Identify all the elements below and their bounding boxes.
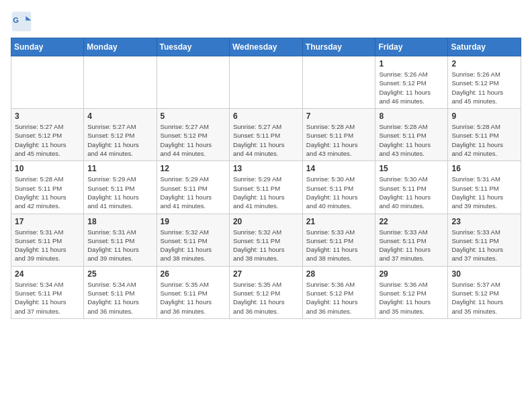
day-info: Sunrise: 5:28 AM Sunset: 5:11 PM Dayligh…: [379, 122, 444, 158]
day-info: Sunrise: 5:34 AM Sunset: 5:11 PM Dayligh…: [87, 280, 152, 316]
calendar-cell: 24Sunrise: 5:34 AM Sunset: 5:11 PM Dayli…: [11, 266, 84, 318]
day-info: Sunrise: 5:31 AM Sunset: 5:11 PM Dayligh…: [87, 228, 152, 263]
day-info: Sunrise: 5:31 AM Sunset: 5:11 PM Dayligh…: [451, 175, 517, 210]
logo-icon: G: [11, 11, 32, 32]
day-info: Sunrise: 5:36 AM Sunset: 5:12 PM Dayligh…: [306, 280, 372, 316]
calendar-cell: 10Sunrise: 5:28 AM Sunset: 5:11 PM Dayli…: [11, 161, 84, 214]
calendar-cell: 28Sunrise: 5:36 AM Sunset: 5:12 PM Dayli…: [302, 266, 375, 318]
calendar-cell: 17Sunrise: 5:31 AM Sunset: 5:11 PM Dayli…: [11, 214, 84, 266]
calendar-cell: 13Sunrise: 5:29 AM Sunset: 5:11 PM Dayli…: [229, 161, 302, 214]
weekday-header-saturday: Saturday: [448, 38, 521, 56]
day-number: 11: [87, 164, 152, 173]
day-number: 24: [15, 269, 80, 279]
day-number: 18: [87, 217, 152, 226]
weekday-header-sunday: Sunday: [11, 38, 84, 56]
calendar-cell: [302, 56, 375, 109]
day-info: Sunrise: 5:33 AM Sunset: 5:11 PM Dayligh…: [306, 228, 372, 263]
day-info: Sunrise: 5:26 AM Sunset: 5:12 PM Dayligh…: [451, 70, 517, 105]
calendar-cell: 11Sunrise: 5:29 AM Sunset: 5:11 PM Dayli…: [84, 161, 157, 214]
day-info: Sunrise: 5:28 AM Sunset: 5:11 PM Dayligh…: [306, 122, 372, 158]
calendar-cell: 4Sunrise: 5:27 AM Sunset: 5:12 PM Daylig…: [84, 109, 157, 161]
calendar-cell: 29Sunrise: 5:36 AM Sunset: 5:12 PM Dayli…: [375, 266, 448, 318]
day-number: 15: [379, 164, 444, 173]
calendar-cell: 7Sunrise: 5:28 AM Sunset: 5:11 PM Daylig…: [302, 109, 375, 161]
calendar-cell: [157, 56, 229, 109]
day-number: 13: [233, 164, 299, 173]
calendar-cell: 6Sunrise: 5:27 AM Sunset: 5:11 PM Daylig…: [229, 109, 302, 161]
day-number: 1: [379, 59, 444, 68]
calendar-cell: 25Sunrise: 5:34 AM Sunset: 5:11 PM Dayli…: [84, 266, 157, 318]
calendar-cell: 5Sunrise: 5:27 AM Sunset: 5:12 PM Daylig…: [157, 109, 229, 161]
day-info: Sunrise: 5:34 AM Sunset: 5:11 PM Dayligh…: [15, 280, 80, 316]
calendar-cell: [11, 56, 84, 109]
calendar-cell: 30Sunrise: 5:37 AM Sunset: 5:12 PM Dayli…: [448, 266, 521, 318]
page-header: G: [11, 11, 521, 32]
calendar-row-1: 1Sunrise: 5:26 AM Sunset: 5:12 PM Daylig…: [11, 56, 521, 109]
calendar-cell: 12Sunrise: 5:29 AM Sunset: 5:11 PM Dayli…: [157, 161, 229, 214]
calendar-cell: 16Sunrise: 5:31 AM Sunset: 5:11 PM Dayli…: [448, 161, 521, 214]
day-number: 28: [306, 269, 372, 279]
day-info: Sunrise: 5:33 AM Sunset: 5:11 PM Dayligh…: [379, 228, 444, 263]
weekday-header-row: SundayMondayTuesdayWednesdayThursdayFrid…: [11, 38, 521, 56]
weekday-header-wednesday: Wednesday: [229, 38, 302, 56]
day-info: Sunrise: 5:32 AM Sunset: 5:11 PM Dayligh…: [233, 228, 299, 263]
calendar-cell: 27Sunrise: 5:35 AM Sunset: 5:12 PM Dayli…: [229, 266, 302, 318]
day-info: Sunrise: 5:29 AM Sunset: 5:11 PM Dayligh…: [87, 175, 152, 210]
day-info: Sunrise: 5:27 AM Sunset: 5:11 PM Dayligh…: [233, 122, 299, 158]
day-number: 25: [87, 269, 152, 279]
calendar-cell: 1Sunrise: 5:26 AM Sunset: 5:12 PM Daylig…: [375, 56, 448, 109]
calendar-row-5: 24Sunrise: 5:34 AM Sunset: 5:11 PM Dayli…: [11, 266, 521, 318]
calendar-cell: 19Sunrise: 5:32 AM Sunset: 5:11 PM Dayli…: [157, 214, 229, 266]
day-info: Sunrise: 5:32 AM Sunset: 5:11 PM Dayligh…: [161, 228, 226, 263]
calendar-cell: [84, 56, 157, 109]
day-info: Sunrise: 5:29 AM Sunset: 5:11 PM Dayligh…: [161, 175, 226, 210]
day-number: 8: [379, 111, 444, 121]
weekday-header-tuesday: Tuesday: [157, 38, 229, 56]
day-number: 10: [15, 164, 80, 173]
calendar-table: SundayMondayTuesdayWednesdayThursdayFrid…: [11, 38, 521, 319]
calendar-cell: 8Sunrise: 5:28 AM Sunset: 5:11 PM Daylig…: [375, 109, 448, 161]
day-number: 29: [379, 269, 444, 279]
weekday-header-thursday: Thursday: [302, 38, 375, 56]
calendar-cell: 9Sunrise: 5:28 AM Sunset: 5:11 PM Daylig…: [448, 109, 521, 161]
day-number: 19: [161, 217, 226, 226]
day-number: 12: [161, 164, 226, 173]
day-number: 26: [161, 269, 226, 279]
calendar-cell: 21Sunrise: 5:33 AM Sunset: 5:11 PM Dayli…: [302, 214, 375, 266]
day-number: 27: [233, 269, 299, 279]
day-info: Sunrise: 5:26 AM Sunset: 5:12 PM Dayligh…: [379, 70, 444, 105]
calendar-cell: 26Sunrise: 5:35 AM Sunset: 5:11 PM Dayli…: [157, 266, 229, 318]
weekday-header-monday: Monday: [84, 38, 157, 56]
day-info: Sunrise: 5:27 AM Sunset: 5:12 PM Dayligh…: [15, 122, 80, 158]
calendar-cell: 20Sunrise: 5:32 AM Sunset: 5:11 PM Dayli…: [229, 214, 302, 266]
svg-text:G: G: [13, 16, 19, 24]
day-info: Sunrise: 5:27 AM Sunset: 5:12 PM Dayligh…: [161, 122, 226, 158]
calendar-cell: 2Sunrise: 5:26 AM Sunset: 5:12 PM Daylig…: [448, 56, 521, 109]
day-info: Sunrise: 5:30 AM Sunset: 5:11 PM Dayligh…: [306, 175, 372, 210]
day-number: 2: [451, 59, 517, 68]
day-info: Sunrise: 5:31 AM Sunset: 5:11 PM Dayligh…: [15, 228, 80, 263]
day-number: 20: [233, 217, 299, 226]
day-info: Sunrise: 5:29 AM Sunset: 5:11 PM Dayligh…: [233, 175, 299, 210]
calendar-cell: [229, 56, 302, 109]
day-number: 23: [451, 217, 517, 226]
day-number: 30: [451, 269, 517, 279]
day-info: Sunrise: 5:35 AM Sunset: 5:11 PM Dayligh…: [161, 280, 226, 316]
day-number: 4: [87, 111, 152, 121]
day-number: 22: [379, 217, 444, 226]
day-info: Sunrise: 5:27 AM Sunset: 5:12 PM Dayligh…: [87, 122, 152, 158]
day-number: 5: [161, 111, 226, 121]
day-info: Sunrise: 5:28 AM Sunset: 5:11 PM Dayligh…: [451, 122, 517, 158]
day-number: 17: [15, 217, 80, 226]
calendar-row-4: 17Sunrise: 5:31 AM Sunset: 5:11 PM Dayli…: [11, 214, 521, 266]
calendar-cell: 3Sunrise: 5:27 AM Sunset: 5:12 PM Daylig…: [11, 109, 84, 161]
calendar-cell: 14Sunrise: 5:30 AM Sunset: 5:11 PM Dayli…: [302, 161, 375, 214]
calendar-row-3: 10Sunrise: 5:28 AM Sunset: 5:11 PM Dayli…: [11, 161, 521, 214]
day-number: 9: [451, 111, 517, 121]
day-info: Sunrise: 5:33 AM Sunset: 5:11 PM Dayligh…: [451, 228, 517, 263]
calendar-cell: 22Sunrise: 5:33 AM Sunset: 5:11 PM Dayli…: [375, 214, 448, 266]
day-number: 21: [306, 217, 372, 226]
day-number: 3: [15, 111, 80, 121]
day-info: Sunrise: 5:37 AM Sunset: 5:12 PM Dayligh…: [451, 280, 517, 316]
day-number: 6: [233, 111, 299, 121]
